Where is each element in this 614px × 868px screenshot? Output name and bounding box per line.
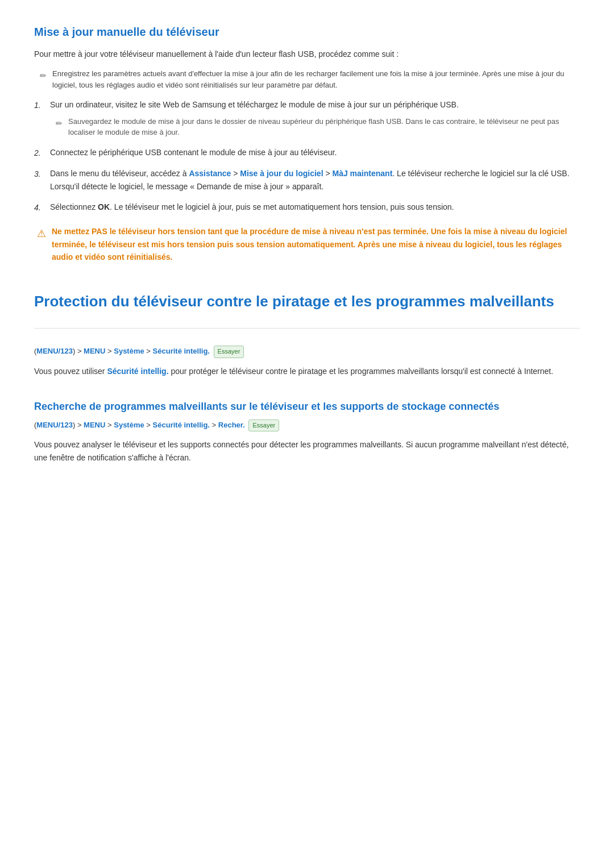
breadcrumb-paren-2: ) [73, 347, 75, 355]
link-mise-a-jour-logiciel: Mise à jour du logiciel [240, 169, 323, 178]
breadcrumb2-menu: MENU [84, 421, 105, 429]
warning-icon: ⚠ [37, 226, 46, 242]
list-item-2: 2. Connectez le périphérique USB contena… [34, 146, 580, 159]
warning-box: ⚠ Ne mettez PAS le téléviseur hors tensi… [34, 225, 580, 263]
list-number-3: 3. [34, 167, 50, 180]
breadcrumb2-arrow-1: > [77, 421, 84, 429]
breadcrumb2-arrow-3: > [146, 421, 152, 429]
breadcrumb-arrow-1: > [77, 347, 84, 355]
section1-intro: Pour mettre à jour votre téléviseur manu… [34, 48, 580, 60]
breadcrumb-1: (MENU/123) > MENU > Système > Sécurité i… [34, 346, 580, 358]
sub-note-text-1: Sauvegardez le module de mise à jour dan… [68, 116, 580, 138]
breadcrumb-securite: Sécurité intellig. [153, 347, 210, 355]
essayer-badge-2[interactable]: Essayer [248, 420, 279, 432]
section-protection: Protection du téléviseur contre le pirat… [34, 292, 580, 378]
breadcrumb-menu: MENU [84, 347, 105, 355]
list-content-1: Sur un ordinateur, visitez le site Web d… [50, 98, 580, 138]
list-number-2: 2. [34, 146, 50, 159]
breadcrumb-systeme: Système [114, 347, 144, 355]
list-content-2: Connectez le périphérique USB contenant … [50, 146, 580, 159]
numbered-list: 1. Sur un ordinateur, visitez le site We… [34, 98, 580, 214]
link-assistance: Assistance [189, 169, 231, 178]
essayer-badge-1[interactable]: Essayer [214, 346, 244, 358]
list-content-4: Sélectionnez OK. Le téléviseur met le lo… [50, 201, 580, 213]
section2-body: Vous pouvez utiliser Sécurité intellig. … [34, 365, 580, 377]
sub-note-1: ✏ Sauvegardez le module de mise à jour d… [56, 116, 580, 138]
section3-body: Vous pouvez analyser le téléviseur et le… [34, 438, 580, 464]
list-content-3: Dans le menu du téléviseur, accédez à As… [50, 167, 580, 193]
breadcrumb2-recher: Recher. [218, 421, 245, 429]
securite-intellig-link: Sécurité intellig. [107, 367, 168, 376]
section-recherche: Recherche de programmes malveillants sur… [34, 400, 580, 464]
list-item-3: 3. Dans le menu du téléviseur, accédez à… [34, 167, 580, 193]
note-text-1: Enregistrez les paramètres actuels avant… [52, 68, 580, 90]
section1-title: Mise à jour manuelle du téléviseur [34, 23, 580, 41]
list-item-1: 1. Sur un ordinateur, visitez le site We… [34, 98, 580, 138]
list-number-1: 1. [34, 98, 50, 111]
ok-bold: OK [98, 202, 110, 211]
breadcrumb2-paren-2: ) [73, 421, 75, 429]
breadcrumb2-arrow-2: > [107, 421, 114, 429]
divider-1 [34, 328, 580, 329]
breadcrumb2-systeme: Système [114, 421, 144, 429]
warning-text: Ne mettez PAS le téléviseur hors tension… [52, 225, 580, 263]
section3-title: Recherche de programmes malveillants sur… [34, 400, 580, 413]
pencil-icon-sub-1: ✏ [56, 117, 63, 130]
breadcrumb2-securite: Sécurité intellig. [153, 421, 210, 429]
note-item-1: ✏ Enregistrez les paramètres actuels ava… [34, 68, 580, 90]
section-mise-a-jour: Mise à jour manuelle du téléviseur Pour … [34, 23, 580, 264]
section2-title: Protection du téléviseur contre le pirat… [34, 292, 580, 312]
list-number-4: 4. [34, 201, 50, 214]
breadcrumb2-arrow-4: > [212, 421, 218, 429]
link-maj-maintenant: MàJ maintenant [333, 169, 393, 178]
breadcrumb-2: (MENU/123) > MENU > Système > Sécurité i… [34, 420, 580, 432]
breadcrumb2-menu123: MENU/123 [36, 421, 73, 429]
list-item-4: 4. Sélectionnez OK. Le téléviseur met le… [34, 201, 580, 214]
breadcrumb-arrow-3: > [146, 347, 152, 355]
pencil-icon-1: ✏ [40, 69, 47, 82]
breadcrumb-arrow-2: > [107, 347, 114, 355]
breadcrumb-menu123: MENU/123 [36, 347, 73, 355]
